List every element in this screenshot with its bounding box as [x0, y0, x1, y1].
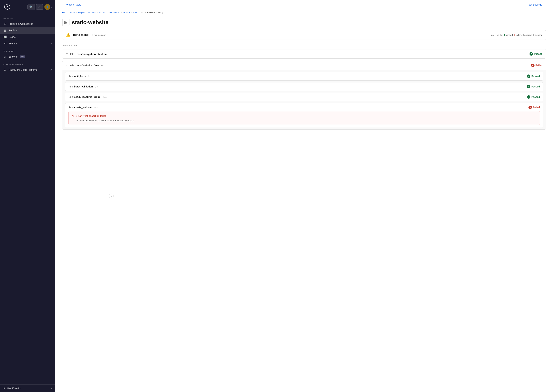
error-title: Error: Test assertion failed — [76, 115, 106, 117]
errored-count: 0 — [522, 34, 524, 36]
create-website-status-badge: ✕ Failed — [528, 106, 540, 109]
forward-arrow-icon: → — [544, 3, 546, 6]
sidebar: 🔍 ? ▾ 👤 ▾ Manage ⊞ Projects & workspaces… — [0, 0, 55, 392]
svg-rect-3 — [66, 21, 67, 22]
breadcrumb-registry[interactable]: Registry — [78, 11, 86, 14]
breadcrumb-current: trun-hnH5FS99r7smbmg2 — [140, 11, 165, 14]
search-button[interactable]: 🔍 — [28, 4, 35, 10]
settings-icon: ⚙ — [3, 42, 7, 45]
breadcrumb-sep-2: / — [87, 11, 87, 14]
sidebar-item-projects[interactable]: ⊞ Projects & workspaces — [0, 21, 55, 27]
sidebar-footer[interactable]: ⊞ HashiCafe-inc ▾ — [0, 384, 55, 392]
breadcrumb-org[interactable]: HashiCafe-inc — [62, 11, 75, 14]
breadcrumb-modules[interactable]: Modules — [88, 11, 96, 14]
test-file-left-encryption: ▼ File: tests/encryption.tftest.hcl — [66, 53, 107, 56]
run-time-unit-tests: 2s — [88, 75, 90, 78]
error-body: on tests/website.tftest.hcl line 80, in … — [72, 119, 537, 122]
settings-chevron-icon: › — [51, 42, 52, 45]
test-file-header-website[interactable]: ▲ File: tests/website.tftest.hcl ✕ Faile… — [62, 61, 546, 70]
org-info: ⊞ HashiCafe-inc — [3, 387, 21, 390]
breadcrumb-private[interactable]: private — [99, 11, 105, 14]
help-button[interactable]: ? ▾ — [36, 4, 43, 10]
run-label-input-validation: Run: input_validation 2s — [69, 85, 98, 88]
run-cards-website: Run: unit_tests 2s ✓ Passed Run: input_v… — [62, 70, 546, 129]
run-card-create-website: Run: create_website 18s ✕ Failed ◇ Error… — [65, 103, 543, 127]
sidebar-header: 🔍 ? ▾ 👤 ▾ — [0, 0, 55, 14]
run-label-unit-tests: Run: unit_tests 2s — [69, 75, 90, 78]
input-validation-check-icon: ✓ — [527, 85, 530, 88]
run-card-create-website-header: Run: create_website 18s ✕ Failed — [69, 106, 540, 109]
breadcrumb-sep-4: / — [106, 11, 106, 14]
help-icon: ? — [38, 5, 40, 8]
check-circle-icon: ✓ — [530, 52, 533, 56]
sidebar-item-registry[interactable]: ▦ Registry — [0, 27, 55, 34]
error-header: ◇ Error: Test assertion failed — [72, 114, 537, 118]
org-label: HashiCafe-inc — [7, 387, 21, 390]
sidebar-item-usage-label: Usage — [9, 36, 15, 38]
failed-count: 2 — [514, 34, 515, 36]
sidebar-item-registry-label: Registry — [9, 29, 17, 32]
status-left: ⚠️ Tests failed 2 minutes ago — [66, 33, 106, 37]
encryption-status-badge: ✓ Passed — [530, 52, 542, 56]
test-file-header-encryption[interactable]: ▼ File: tests/encryption.tftest.hcl ✓ Pa… — [62, 49, 546, 58]
sidebar-item-explorer-label: Explorer — [9, 55, 18, 58]
errored-label: errored — [524, 34, 532, 36]
setup-resource-group-status-badge: ✓ Passed — [527, 95, 540, 99]
run-card-input-validation: Run: input_validation 2s ✓ Passed — [65, 82, 543, 91]
sidebar-collapse-button[interactable]: « — [109, 194, 114, 198]
run-card-unit-tests: Run: unit_tests 2s ✓ Passed — [65, 72, 543, 81]
breadcrumb-sep-3: / — [97, 11, 97, 14]
external-link-icon: ↗ — [50, 69, 52, 71]
unit-tests-status-badge: ✓ Passed — [527, 75, 540, 78]
encryption-status-label: Passed — [534, 53, 542, 55]
skipped-label: skipped — [535, 34, 542, 36]
svg-marker-1 — [6, 5, 8, 7]
file-label-encryption: File: tests/encryption.tftest.hcl — [70, 53, 107, 56]
breadcrumb-azurerm[interactable]: azurerm — [123, 11, 130, 14]
breadcrumb-sep-1: / — [76, 11, 77, 14]
sidebar-item-projects-label: Projects & workspaces — [9, 22, 33, 25]
run-label-create-website: Run: create_website 18s — [69, 106, 98, 109]
expand-chevron-icon-website: ▲ — [66, 64, 68, 67]
passed-label: passed — [505, 34, 513, 36]
status-banner: ⚠️ Tests failed 2 minutes ago Test Resul… — [62, 30, 546, 40]
sidebar-item-settings[interactable]: ⚙ Settings › — [0, 40, 55, 47]
status-results: Test Results: 4 passed, 2 failed, 0 erro… — [490, 34, 542, 36]
back-arrow-icon: ← — [62, 3, 65, 6]
view-all-tests-label: View all tests — [66, 3, 81, 6]
test-file-card-website: ▲ File: tests/website.tftest.hcl ✕ Faile… — [62, 61, 546, 130]
breadcrumb-static-website[interactable]: static-website — [108, 11, 120, 14]
skipped-count: 0 — [533, 34, 534, 36]
registry-icon: ▦ — [3, 29, 7, 32]
sidebar-item-explorer[interactable]: ◎ Explorer Beta — [0, 53, 55, 60]
page-title: static-website — [72, 19, 109, 26]
run-time-setup-resource-group: 24s — [103, 96, 107, 98]
sidebar-item-hashicorp-cloud[interactable]: ⬡ HashiCorp Cloud Platform ↗ — [0, 67, 55, 73]
input-validation-status-badge: ✓ Passed — [527, 85, 540, 88]
main-content: ← View all tests Test Settings → HashiCa… — [55, 0, 553, 392]
page-title-area: static-website — [55, 16, 553, 30]
create-website-status-label: Failed — [533, 106, 540, 109]
sidebar-item-usage[interactable]: 📊 Usage — [0, 34, 55, 40]
results-label: Test Results: — [490, 34, 503, 36]
projects-icon: ⊞ — [3, 22, 7, 25]
unit-tests-status-label: Passed — [531, 75, 540, 78]
input-validation-status-label: Passed — [531, 85, 540, 88]
explorer-icon: ◎ — [3, 55, 7, 58]
footer-chevron-icon: ▾ — [51, 387, 52, 390]
svg-rect-4 — [64, 22, 66, 24]
sidebar-item-settings-label: Settings — [9, 42, 17, 45]
view-all-tests-link[interactable]: ← View all tests — [62, 3, 81, 6]
org-icon: ⊞ — [3, 387, 5, 390]
breadcrumb-sep-7: / — [139, 11, 139, 14]
topbar: ← View all tests Test Settings → — [55, 0, 553, 9]
breadcrumb-tests[interactable]: Tests — [133, 11, 138, 14]
test-settings-link[interactable]: Test Settings → — [527, 3, 546, 6]
user-avatar-button[interactable]: 👤 ▾ — [44, 4, 52, 10]
header-actions: 🔍 ? ▾ 👤 ▾ — [28, 4, 52, 10]
visibility-section-label: Visibility — [0, 47, 55, 53]
x-circle-icon: ✕ — [531, 64, 534, 67]
cloud-platform-section-label: Cloud Platform — [0, 60, 55, 67]
setup-resource-group-status-label: Passed — [531, 96, 540, 98]
status-time: 2 minutes ago — [92, 34, 106, 36]
